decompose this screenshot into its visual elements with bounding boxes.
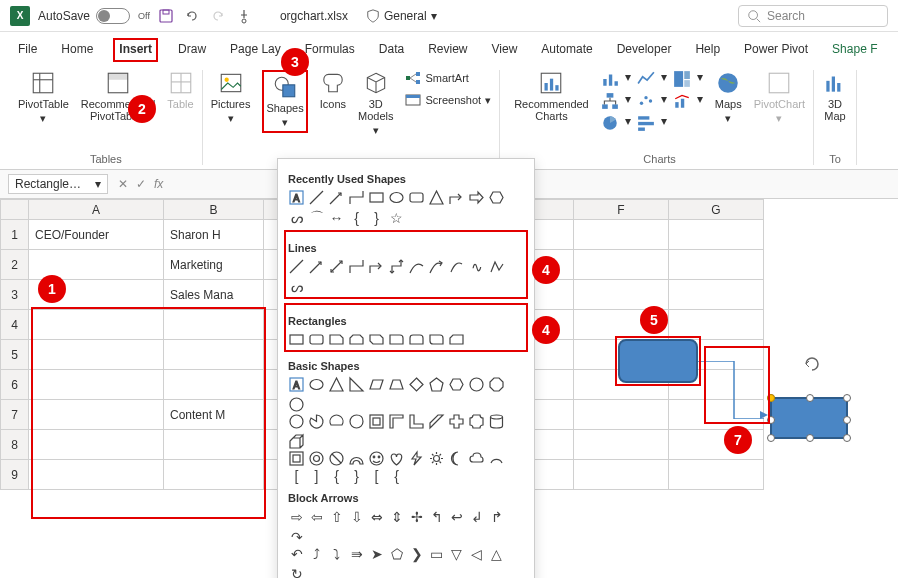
snip-same-shape[interactable] — [348, 331, 365, 348]
autosave-toggle[interactable]: AutoSave Off — [38, 8, 150, 24]
3d-map-button[interactable]: 3D Map — [822, 70, 848, 122]
snip-single-shape[interactable] — [328, 331, 345, 348]
tab-help[interactable]: Help — [691, 38, 724, 62]
line-double-arrow-shape[interactable] — [328, 258, 345, 275]
tab-pagelayout[interactable]: Page Lay — [226, 38, 285, 62]
pivottable-button[interactable]: PivotTable▾ — [18, 70, 69, 125]
brace-left-icon[interactable]: { — [348, 209, 365, 226]
toggle-icon[interactable] — [96, 8, 130, 24]
callout-right-shape[interactable]: ▭ — [428, 545, 445, 562]
freeform-icon[interactable]: ᔕ — [288, 209, 305, 226]
cell[interactable] — [574, 400, 669, 430]
smartart-button[interactable]: SmartArt — [405, 70, 491, 86]
cell[interactable]: Marketing — [164, 250, 264, 280]
pivotchart-button[interactable]: PivotChart▾ — [754, 70, 805, 125]
arc-shape[interactable] — [488, 450, 505, 467]
elbow-arrow-icon[interactable] — [448, 189, 465, 206]
table-button[interactable]: Table — [167, 70, 193, 110]
3d-models-button[interactable]: 3D Models▾ — [358, 70, 393, 137]
round-diag-shape[interactable] — [428, 331, 445, 348]
brace-right-icon[interactable]: } — [368, 209, 385, 226]
col-header-b[interactable]: B — [164, 200, 264, 220]
bar-chart-icon[interactable] — [637, 114, 655, 132]
donut-shape[interactable] — [308, 450, 325, 467]
cell[interactable]: CEO/Founder — [29, 220, 164, 250]
line-chart-icon[interactable] — [637, 70, 655, 88]
moon-shape[interactable] — [448, 450, 465, 467]
screenshot-button[interactable]: Screenshot ▾ — [405, 92, 491, 108]
l-shape[interactable] — [408, 413, 425, 430]
elbow-connector-shape[interactable] — [348, 258, 365, 275]
cell[interactable] — [669, 250, 764, 280]
hexagon-icon[interactable] — [488, 189, 505, 206]
right-triangle-shape[interactable] — [348, 376, 365, 393]
tab-review[interactable]: Review — [424, 38, 471, 62]
cell[interactable]: Sharon H — [164, 220, 264, 250]
round-same-shape[interactable] — [408, 331, 425, 348]
brace-pair-shape[interactable]: { — [388, 467, 405, 484]
tab-data[interactable]: Data — [375, 38, 408, 62]
cloud-shape[interactable] — [468, 450, 485, 467]
cell[interactable] — [574, 220, 669, 250]
arc-icon[interactable]: ⌒ — [308, 209, 325, 226]
sun-shape[interactable] — [428, 450, 445, 467]
trapezoid-shape[interactable] — [388, 376, 405, 393]
curve-double-shape[interactable] — [448, 258, 465, 275]
curved-down-shape[interactable]: ⤵ — [328, 545, 345, 562]
updown-arrow-shape[interactable]: ⇕ — [388, 508, 405, 525]
double-arrow-icon[interactable]: ↔ — [328, 209, 345, 226]
select-all-corner[interactable] — [1, 200, 29, 220]
curved-up-shape[interactable]: ⤴ — [308, 545, 325, 562]
rect-icon[interactable] — [368, 189, 385, 206]
uturn-arrow-shape[interactable]: ↩ — [448, 508, 465, 525]
recommended-charts-button[interactable]: Recommended Charts — [514, 70, 589, 122]
octagon-shape[interactable] — [488, 376, 505, 393]
chevron-shape[interactable]: ❯ — [408, 545, 425, 562]
scatter-chart-icon[interactable] — [637, 92, 655, 110]
cell[interactable] — [669, 280, 764, 310]
right-arrow-icon[interactable] — [468, 189, 485, 206]
line-icon[interactable] — [308, 189, 325, 206]
tab-insert[interactable]: Insert — [113, 38, 158, 62]
treemap-icon[interactable] — [673, 70, 691, 88]
save-icon[interactable] — [158, 8, 174, 24]
curve-arrow-shape[interactable] — [428, 258, 445, 275]
freeform-curve-shape[interactable]: ∿ — [468, 258, 485, 275]
undo-icon[interactable] — [184, 8, 200, 24]
pentagon-shape[interactable] — [428, 376, 445, 393]
curved-right-shape[interactable]: ↷ — [288, 528, 305, 545]
leftup-arrow-shape[interactable]: ↲ — [468, 508, 485, 525]
tab-home[interactable]: Home — [57, 38, 97, 62]
star-icon[interactable]: ☆ — [388, 209, 405, 226]
tab-developer[interactable]: Developer — [613, 38, 676, 62]
col-header-g[interactable]: G — [669, 200, 764, 220]
cell[interactable] — [574, 460, 669, 490]
line-arrow-shape[interactable] — [308, 258, 325, 275]
freeform-shape[interactable] — [488, 258, 505, 275]
chord-shape[interactable] — [328, 413, 345, 430]
block-arc-shape[interactable] — [348, 450, 365, 467]
textbox-shape[interactable]: A — [288, 376, 305, 393]
pie-chart-icon[interactable] — [601, 114, 619, 132]
pie-shape[interactable] — [308, 413, 325, 430]
no-symbol-shape[interactable] — [328, 450, 345, 467]
heptagon-shape[interactable] — [468, 376, 485, 393]
chart-type-gallery[interactable]: ▾ ▾ ▾ ▾ ▾ ▾ ▾ ▾ — [601, 70, 703, 132]
tab-powerpivot[interactable]: Power Pivot — [740, 38, 812, 62]
up-arrow-shape[interactable]: ⇧ — [328, 508, 345, 525]
icons-button[interactable]: Icons — [320, 70, 346, 110]
redo-icon[interactable] — [210, 8, 226, 24]
bentup-arrow-shape[interactable]: ↱ — [488, 508, 505, 525]
col-header-f[interactable]: F — [574, 200, 669, 220]
circular-arrow-shape[interactable]: ↻ — [288, 565, 305, 578]
cancel-formula-icon[interactable]: ✕ — [118, 177, 128, 191]
cell[interactable] — [669, 220, 764, 250]
quad-arrow-shape[interactable]: ✢ — [408, 508, 425, 525]
maps-button[interactable]: Maps▾ — [715, 70, 742, 125]
sensitivity-dropdown[interactable]: General ▾ — [366, 9, 437, 23]
leftright-arrow-shape[interactable]: ⇔ — [368, 508, 385, 525]
cell[interactable]: Sales Mana — [164, 280, 264, 310]
rounded-rect-icon[interactable] — [408, 189, 425, 206]
arrow-line-icon[interactable] — [328, 189, 345, 206]
scribble-shape[interactable]: ᔕ — [288, 278, 305, 295]
